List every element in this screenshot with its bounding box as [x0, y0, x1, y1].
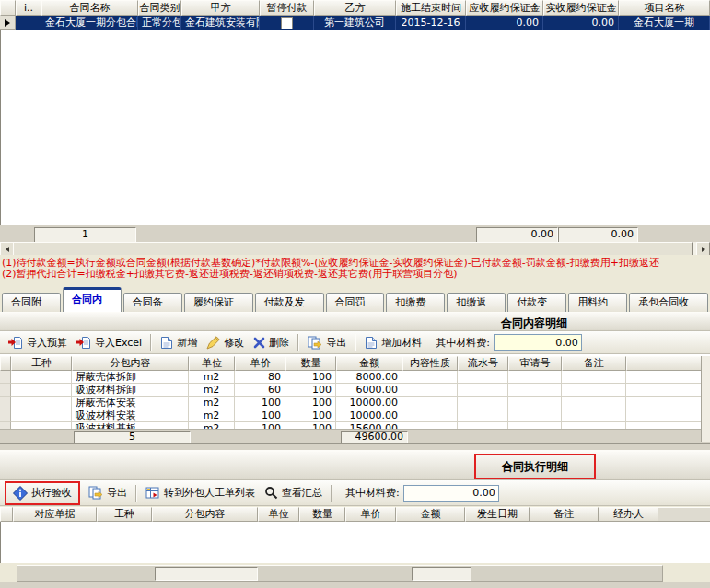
cell-request-no: [508, 409, 562, 422]
content-row[interactable]: 吸波材料拆卸 m2 60 100 6000.00: [0, 384, 710, 397]
content-row[interactable]: 吸波材料基板 m2 100 100 15600.00: [0, 422, 710, 429]
execute-accept-button[interactable]: 执行验收: [8, 484, 76, 502]
cell-unit: m2: [189, 409, 235, 422]
cell-subcontract-content: 吸波材料安装: [72, 409, 189, 422]
material-fee-label: 其中材料费:: [345, 486, 400, 500]
column-header-end-date[interactable]: 施工结束时间: [396, 0, 466, 16]
column-header-unit-price[interactable]: 单价: [345, 507, 396, 522]
column-header-unit[interactable]: 单位: [258, 507, 299, 522]
contracts-grid: i.. 合同名称 合同类别 甲方 暂停付款 乙方 施工结束时间 应收履约保证金 …: [0, 0, 710, 30]
formula-notes: (1)待付款金额=执行金额或合同金额(根据付款基数确定)*付款限额%-(应收履约…: [0, 255, 710, 288]
cell-serial-no: [458, 422, 508, 429]
export-button[interactable]: 导出: [84, 484, 132, 502]
column-header-quantity[interactable]: 数量: [285, 356, 336, 371]
column-header-pause-payment[interactable]: 暂停付款: [260, 0, 314, 16]
view-summary-icon: [264, 486, 278, 500]
content-row[interactable]: 屏蔽壳体安装 m2 100 100 10000.00: [0, 397, 710, 409]
column-header-index[interactable]: i..: [16, 0, 41, 16]
column-header-contract-type[interactable]: 合同类别: [138, 0, 181, 16]
add-material-icon: [365, 336, 378, 350]
add-material-label: 增加材料: [381, 336, 422, 350]
cell-unit-price: 60: [235, 384, 285, 397]
column-header-amount[interactable]: 金额: [336, 356, 402, 371]
cell-worktype: [11, 409, 72, 422]
execute-amount-total-box: [412, 567, 471, 581]
content-row[interactable]: 吸波材料安装 m2 100 100 10000.00: [0, 409, 710, 422]
vertical-scrollbar[interactable]: [701, 356, 710, 442]
edit-button[interactable]: 修改: [202, 334, 249, 352]
column-header-worktype[interactable]: 工种: [11, 356, 72, 371]
cell-remark: [562, 422, 626, 429]
cell-amount: 8000.00: [336, 371, 402, 384]
view-summary-button[interactable]: 查看汇总: [260, 484, 327, 502]
tab-subcontract-receipts[interactable]: 承包合同收款: [629, 293, 708, 312]
horizontal-scrollbar[interactable]: [0, 242, 710, 255]
tab-performance-deposit[interactable]: 履约保证金: [184, 293, 253, 312]
delete-button[interactable]: 删除: [249, 334, 294, 352]
tab-payment-change[interactable]: 付款变更: [507, 293, 566, 312]
content-toolbar: 导入预算 导入Excel 新增 修改 删除 导出 增加材料 其中材料费:: [0, 331, 710, 354]
execute-summary-strip: [17, 565, 663, 582]
column-header-subcontract-content[interactable]: 分包内容: [152, 507, 258, 522]
add-button[interactable]: 新增: [156, 334, 202, 352]
toolbar-separator: [135, 485, 137, 502]
execute-material-fee-input[interactable]: [403, 485, 499, 502]
column-header-serial-no[interactable]: 流水号: [458, 356, 508, 371]
column-header-unit-price[interactable]: 单价: [235, 356, 285, 371]
import-budget-button[interactable]: 导入预算: [4, 334, 72, 352]
tab-withhold-fee[interactable]: 扣缴费用: [386, 293, 445, 312]
cell-remark: [562, 371, 626, 384]
execute-grid-body: [0, 522, 710, 563]
content-summary-bar: 5 49600.00: [0, 429, 710, 444]
column-header-request-no[interactable]: 审请号: [508, 356, 562, 371]
tab-material-agreement[interactable]: 用料约定: [568, 293, 627, 312]
column-header-worktype[interactable]: 工种: [97, 507, 152, 522]
add-material-button[interactable]: 增加材料: [360, 334, 426, 352]
cell-subcontract-content: 屏蔽壳体拆卸: [72, 371, 189, 384]
row-selector-cell: [0, 384, 11, 397]
tab-withhold-return[interactable]: 扣缴返还: [447, 293, 506, 312]
column-header-occur-date[interactable]: 发生日期: [465, 507, 530, 522]
column-header-remark[interactable]: 备注: [530, 507, 599, 522]
column-header-party-a[interactable]: 甲方: [181, 0, 260, 16]
column-header-actual-deposit[interactable]: 实收履约保证金: [543, 0, 619, 16]
column-header-related-doc[interactable]: 对应单据: [13, 507, 97, 522]
tab-payment-invoice[interactable]: 付款及发票: [255, 293, 324, 312]
column-header-subcontract-content[interactable]: 分包内容: [72, 356, 189, 371]
column-header-handler[interactable]: 经办人: [599, 507, 658, 522]
column-header-unit[interactable]: 单位: [189, 356, 235, 371]
tab-contract-content[interactable]: 合同内容: [63, 287, 122, 312]
column-header-content-nature[interactable]: 内容性质: [402, 356, 458, 371]
delete-label: 删除: [269, 336, 289, 350]
contracts-grid-body: [0, 30, 710, 225]
execute-section-title: 合同执行明细: [502, 460, 568, 473]
tab-contract-penalty[interactable]: 合同罚款: [326, 293, 385, 312]
pause-checkbox[interactable]: [281, 17, 293, 29]
column-header-recv-deposit[interactable]: 应收履约保证金: [466, 0, 543, 16]
cell-quantity: 100: [285, 397, 336, 409]
cell-quantity: 100: [285, 384, 336, 397]
tab-contract-attachments[interactable]: 合同附件: [2, 293, 61, 312]
material-fee-input[interactable]: [494, 334, 582, 351]
column-header-filler: [626, 356, 710, 371]
column-header-quantity[interactable]: 数量: [299, 507, 345, 522]
import-budget-label: 导入预算: [27, 336, 67, 350]
cell-serial-no: [458, 371, 508, 384]
column-header-remark[interactable]: 备注: [562, 356, 626, 371]
tab-contract-remarks[interactable]: 合同备注: [123, 293, 182, 312]
contracts-grid-header: i.. 合同名称 合同类别 甲方 暂停付款 乙方 施工结束时间 应收履约保证金 …: [0, 0, 710, 16]
column-header-contract-name[interactable]: 合同名称: [41, 0, 138, 16]
cell-project-name: 金石大厦一期: [619, 16, 710, 30]
content-row[interactable]: 屏蔽壳体拆卸 m2 80 100 8000.00: [0, 371, 710, 384]
row-selector-cell: [0, 422, 11, 429]
column-header-amount[interactable]: 金额: [396, 507, 465, 522]
execute-summary-bar: [0, 563, 710, 582]
column-header-party-b[interactable]: 乙方: [314, 0, 396, 16]
import-excel-button[interactable]: 导入Excel: [72, 334, 146, 352]
export-icon: [88, 486, 103, 500]
goto-outsource-list-button[interactable]: 转到外包人工单列表: [141, 484, 260, 502]
contract-row-selected[interactable]: 金石大厦一期分包合同 正常分包 金石建筑安装有限公司 第一建筑公司 2015-1…: [0, 16, 710, 30]
cell-request-no: [508, 397, 562, 409]
export-button[interactable]: 导出: [303, 334, 351, 352]
column-header-project-name[interactable]: 项目名称: [619, 0, 710, 16]
